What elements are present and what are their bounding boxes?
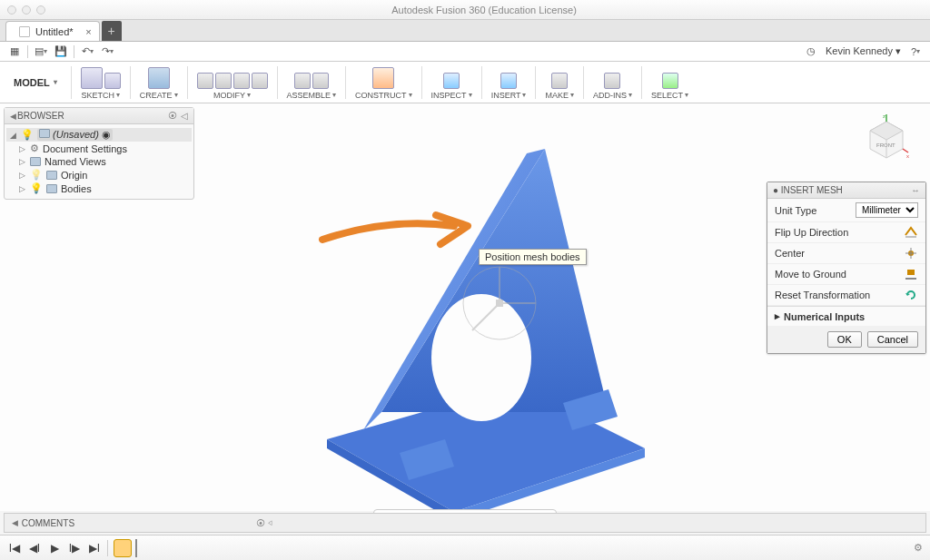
flip-row[interactable]: Flip Up Direction bbox=[767, 222, 925, 243]
visibility-off-icon[interactable]: 💡 bbox=[30, 169, 43, 181]
close-panel-icon[interactable]: ◁ bbox=[181, 111, 188, 121]
document-tabs: Untitled* × + bbox=[0, 20, 930, 42]
visibility-icon[interactable]: 💡 bbox=[21, 129, 34, 141]
insert-label: INSERT bbox=[491, 91, 521, 100]
reset-row[interactable]: Reset Transformation bbox=[767, 285, 925, 306]
timeline-end-icon[interactable]: ▶I bbox=[87, 541, 102, 555]
expand-icon[interactable]: ▷ bbox=[19, 184, 26, 193]
assemble-group[interactable]: ASSEMBLE▾ bbox=[283, 64, 341, 102]
tree-item-bodies[interactable]: ▷ 💡 Bodies bbox=[6, 182, 192, 195]
expand-icon[interactable]: ▷ bbox=[19, 171, 26, 180]
addins-label: ADD-INS bbox=[593, 91, 627, 100]
save-icon[interactable]: 💾 bbox=[54, 44, 68, 59]
browser-tree: ◢ 💡 (Unsaved) ◉ ▷ ⚙ Document Settings ▷ … bbox=[5, 124, 193, 199]
origin-label: Origin bbox=[61, 170, 87, 181]
browser-header[interactable]: ◀ BROWSER ⦿◁ bbox=[5, 108, 193, 124]
expand-icon[interactable]: ◢ bbox=[10, 131, 17, 140]
collapse-icon[interactable]: ◀ bbox=[12, 518, 19, 527]
bullet-icon: ● bbox=[773, 185, 778, 195]
unit-type-label: Unit Type bbox=[775, 205, 816, 216]
radio-icon[interactable]: ◉ bbox=[102, 129, 111, 140]
make-group[interactable]: MAKE▾ bbox=[541, 64, 578, 102]
inspect-group[interactable]: INSPECT▾ bbox=[428, 64, 476, 102]
title-bar: Autodesk Fusion 360 (Education License) bbox=[0, 0, 930, 20]
timeline-prev-icon[interactable]: ◀I bbox=[27, 541, 42, 555]
file-menu-icon[interactable]: ▤▾ bbox=[34, 44, 48, 59]
close-tab-icon[interactable]: × bbox=[85, 26, 91, 37]
close-window-icon[interactable] bbox=[7, 5, 16, 15]
ok-button[interactable]: OK bbox=[827, 331, 862, 348]
visibility-icon[interactable]: 💡 bbox=[30, 182, 43, 194]
construct-group[interactable]: CONSTRUCT▾ bbox=[351, 64, 416, 102]
modify-label: MODIFY bbox=[213, 91, 245, 100]
annotation-arrow bbox=[318, 199, 481, 271]
help-icon[interactable]: ?▾ bbox=[908, 44, 923, 59]
sketch-group[interactable]: SKETCH▾ bbox=[77, 64, 124, 102]
create-group[interactable]: CREATE▾ bbox=[136, 64, 182, 102]
pin-icon[interactable]: ⦿ bbox=[168, 111, 177, 121]
tree-item-origin[interactable]: ▷ 💡 Origin bbox=[6, 168, 192, 182]
redo-icon[interactable]: ↷▾ bbox=[100, 44, 114, 59]
doc-settings-label: Document Settings bbox=[43, 143, 127, 154]
sketch-label: SKETCH bbox=[81, 91, 114, 100]
move-ground-row[interactable]: Move to Ground bbox=[767, 264, 925, 285]
modify-group[interactable]: MODIFY▾ bbox=[193, 64, 272, 102]
collapse-icon[interactable]: ◀ bbox=[10, 112, 17, 121]
minimize-window-icon[interactable] bbox=[22, 5, 31, 15]
insert-group[interactable]: INSERT▾ bbox=[488, 64, 530, 102]
user-name: Kevin Kennedy bbox=[826, 45, 893, 56]
pin-icon[interactable]: ⦿ ◁ bbox=[256, 518, 272, 528]
svg-line-11 bbox=[472, 303, 500, 330]
data-panel-icon[interactable]: ▦ bbox=[7, 44, 22, 59]
select-group[interactable]: SELECT▾ bbox=[648, 64, 692, 102]
tree-item-doc-settings[interactable]: ▷ ⚙ Document Settings bbox=[6, 142, 192, 155]
expand-icon[interactable]: ▷ bbox=[19, 157, 26, 166]
view-cube[interactable]: FRONT x z bbox=[861, 113, 912, 163]
insert-mesh-footer: OK Cancel bbox=[767, 326, 925, 353]
new-tab-button[interactable]: + bbox=[102, 21, 122, 41]
center-icon bbox=[904, 247, 918, 260]
quick-access-toolbar: ▦ ▤▾ 💾 ↶▾ ↷▾ ◷ Kevin Kennedy ▾ ?▾ bbox=[0, 42, 930, 62]
expand-panel-icon[interactable]: ↔ bbox=[911, 185, 920, 195]
root-label: (Unsaved) bbox=[53, 129, 99, 140]
unit-type-row: Unit Type Millimeter bbox=[767, 199, 925, 222]
numerical-inputs-toggle[interactable]: ▸ Numerical Inputs bbox=[767, 306, 925, 326]
reset-icon bbox=[904, 289, 918, 301]
reset-label: Reset Transformation bbox=[775, 290, 870, 300]
timeline-play-icon[interactable]: ▶ bbox=[47, 541, 62, 555]
timeline-settings-icon[interactable]: ⚙ bbox=[914, 542, 923, 554]
timeline-next-icon[interactable]: I▶ bbox=[67, 541, 82, 555]
svg-rect-12 bbox=[496, 300, 503, 307]
create-label: CREATE bbox=[140, 91, 173, 100]
cancel-button[interactable]: Cancel bbox=[867, 331, 918, 348]
tree-root[interactable]: ◢ 💡 (Unsaved) ◉ bbox=[6, 128, 192, 142]
chevron-down-icon: ▾ bbox=[54, 78, 57, 86]
tree-item-named-views[interactable]: ▷ Named Views bbox=[6, 155, 192, 168]
addins-group[interactable]: ADD-INS▾ bbox=[589, 64, 636, 102]
insert-mesh-header[interactable]: ● INSERT MESH ↔ bbox=[767, 182, 925, 199]
expand-icon[interactable]: ▷ bbox=[19, 144, 26, 153]
numerical-label: Numerical Inputs bbox=[784, 311, 865, 322]
timeline-start-icon[interactable]: I◀ bbox=[7, 541, 22, 555]
center-row[interactable]: Center bbox=[767, 243, 925, 264]
move-gizmo[interactable] bbox=[454, 258, 545, 349]
browser-title: BROWSER bbox=[17, 111, 64, 121]
user-menu[interactable]: Kevin Kennedy ▾ bbox=[826, 45, 901, 57]
window-controls bbox=[7, 5, 45, 15]
job-status-icon[interactable]: ◷ bbox=[804, 44, 818, 59]
tooltip-text: Position mesh bodies bbox=[485, 251, 580, 262]
browser-panel: ◀ BROWSER ⦿◁ ◢ 💡 (Unsaved) ◉ ▷ ⚙ Documen… bbox=[4, 107, 194, 200]
document-tab[interactable]: Untitled* × bbox=[5, 21, 100, 41]
undo-icon[interactable]: ↶▾ bbox=[80, 44, 94, 59]
ribbon-toolbar: MODEL ▾ SKETCH▾ CREATE▾ MODIFY▾ ASSEMBLE… bbox=[0, 62, 930, 103]
timeline-playhead[interactable] bbox=[135, 539, 137, 557]
timeline-feature-icon[interactable] bbox=[114, 539, 132, 557]
maximize-window-icon[interactable] bbox=[36, 5, 45, 15]
construct-label: CONSTRUCT bbox=[355, 91, 407, 100]
unit-type-select[interactable]: Millimeter bbox=[856, 202, 918, 218]
select-label: SELECT bbox=[651, 91, 683, 100]
comments-panel[interactable]: ◀ COMMENTS ⦿ ◁ bbox=[4, 513, 926, 533]
workspace-selector[interactable]: MODEL ▾ bbox=[5, 71, 65, 94]
folder-icon bbox=[46, 171, 57, 180]
ground-icon bbox=[904, 268, 918, 280]
